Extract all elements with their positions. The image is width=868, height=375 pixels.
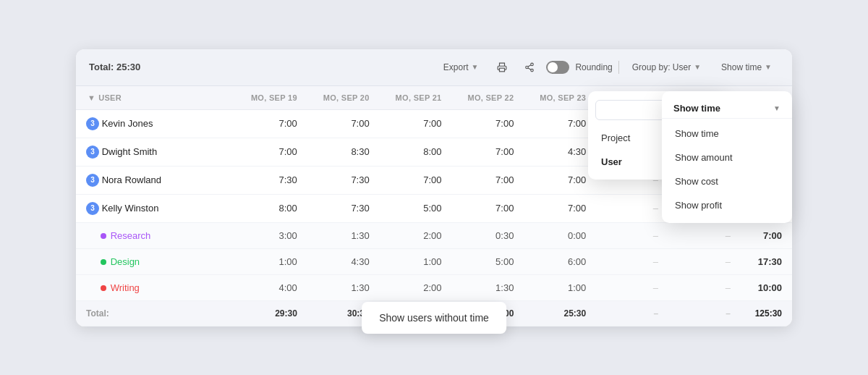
day-cell: – xyxy=(668,274,741,300)
day-cell: 2:00 xyxy=(380,274,452,300)
toolbar-divider xyxy=(618,61,619,74)
table-row: Writing 4:001:302:001:301:00––10:00 xyxy=(76,274,792,300)
day-cell: 0:30 xyxy=(452,222,524,248)
svg-point-3 xyxy=(531,69,534,72)
svg-line-4 xyxy=(528,67,531,69)
day-cell: 4:30 xyxy=(524,138,596,166)
user-name: Nora Rowland xyxy=(102,174,161,185)
day-cell: 8:00 xyxy=(235,194,307,222)
day-cell: – xyxy=(668,222,741,248)
toolbar-actions: Export ▼ Rounding Group by: User ▼ Show xyxy=(436,56,779,78)
total-day-cell: – xyxy=(668,300,741,326)
project-name: Writing xyxy=(111,282,140,293)
total-day-cell: 29:30 xyxy=(235,300,307,326)
day-cell: – xyxy=(668,248,741,274)
rounding-label: Rounding xyxy=(575,62,612,72)
project-cell: Research xyxy=(76,222,235,248)
day-cell: – xyxy=(596,194,668,222)
show-time-chevron-icon: ▼ xyxy=(765,63,772,71)
day-cell: – xyxy=(596,248,668,274)
show-time-button[interactable]: Show time ▼ xyxy=(714,59,779,76)
showtime-option-cost[interactable]: Show cost xyxy=(662,169,792,193)
project-dot xyxy=(101,233,106,239)
day-cell: 5:00 xyxy=(380,194,452,222)
grand-total-cell: 125:30 xyxy=(741,300,792,326)
project-cell: Design xyxy=(76,248,235,274)
day-cell: 7:00 xyxy=(380,166,452,194)
col-sep21: Mo, Sep 21 xyxy=(380,86,452,110)
user-badge: 3 xyxy=(86,117,99,130)
day-cell: 2:00 xyxy=(380,222,452,248)
day-cell: 1:00 xyxy=(380,248,452,274)
total-value: 25:30 xyxy=(116,62,140,72)
day-cell: 7:00 xyxy=(452,109,524,138)
total-day-cell: 25:30 xyxy=(524,300,596,326)
day-cell: 7:30 xyxy=(307,166,380,194)
day-cell: 1:00 xyxy=(235,248,307,274)
total-label: Total: xyxy=(89,62,114,72)
day-cell: 8:30 xyxy=(307,138,380,166)
page-wrapper: Total: 25:30 Export ▼ Rounding Group xyxy=(76,49,792,326)
share-button[interactable] xyxy=(519,56,540,78)
showtime-dropdown: Show time ▼ Show time Show amount Show c… xyxy=(662,91,792,223)
col-sep19: Mo, Sep 19 xyxy=(235,86,307,110)
col-sep20: Mo, Sep 20 xyxy=(307,86,380,110)
day-cell: 4:00 xyxy=(235,274,307,300)
group-by-button[interactable]: Group by: User ▼ xyxy=(625,59,708,76)
user-badge: 3 xyxy=(86,174,99,187)
export-button[interactable]: Export ▼ xyxy=(436,59,486,76)
day-cell: 3:00 xyxy=(235,222,307,248)
day-cell: 7:00 xyxy=(452,194,524,222)
day-cell: 5:00 xyxy=(452,248,524,274)
user-cell: 3 Kelly Winston xyxy=(76,194,235,222)
day-cell: 7:30 xyxy=(307,194,380,222)
total-cell: 7:00 xyxy=(741,222,792,248)
rounding-toggle[interactable] xyxy=(546,61,569,74)
print-button[interactable] xyxy=(491,56,513,78)
day-cell: 7:00 xyxy=(307,109,380,138)
total-cell: 17:30 xyxy=(741,248,792,274)
collapse-icon[interactable]: ▼ xyxy=(88,93,95,102)
group-by-chevron-icon: ▼ xyxy=(694,63,701,71)
day-cell: 7:00 xyxy=(380,109,452,138)
day-cell: 1:00 xyxy=(524,274,596,300)
toolbar-total: Total: 25:30 xyxy=(89,62,427,72)
total-cell: 10:00 xyxy=(741,274,792,300)
user-name: Kelly Winston xyxy=(102,202,159,213)
day-cell: 1:30 xyxy=(452,274,524,300)
total-label-cell: Total: xyxy=(76,300,235,326)
project-dot xyxy=(101,259,106,265)
project-dot xyxy=(101,285,106,291)
day-cell: 7:00 xyxy=(524,109,596,138)
day-cell: 7:00 xyxy=(235,138,307,166)
showtime-option-amount[interactable]: Show amount xyxy=(662,146,792,169)
svg-point-2 xyxy=(526,66,529,69)
day-cell: 8:00 xyxy=(380,138,452,166)
user-cell: 3 Dwight Smith xyxy=(76,138,235,166)
total-day-cell: – xyxy=(596,300,668,326)
day-cell: – xyxy=(596,274,668,300)
total-row-label: Total: xyxy=(86,308,109,319)
showtime-chevron-icon: ▼ xyxy=(773,104,780,112)
project-name: Research xyxy=(111,230,151,241)
showtime-option-profit[interactable]: Show profit xyxy=(662,193,792,217)
day-cell: 7:00 xyxy=(524,194,596,222)
col-sep22: Mo, Sep 22 xyxy=(452,86,524,110)
col-user: ▼ USER xyxy=(76,86,235,110)
project-cell: Writing xyxy=(76,274,235,300)
toolbar: Total: 25:30 Export ▼ Rounding Group xyxy=(76,49,792,86)
day-cell: 7:00 xyxy=(524,166,596,194)
day-cell: 7:30 xyxy=(235,166,307,194)
user-name: Kevin Jones xyxy=(102,117,153,128)
day-cell: 7:00 xyxy=(452,166,524,194)
table-row: Research 3:001:302:000:300:00––7:00 xyxy=(76,222,792,248)
export-chevron-icon: ▼ xyxy=(472,63,479,71)
user-name: Dwight Smith xyxy=(102,146,158,156)
project-name: Design xyxy=(111,256,140,267)
day-cell: 1:30 xyxy=(307,274,380,300)
show-users-tooltip[interactable]: Show users without time xyxy=(362,302,506,334)
user-cell: 3 Kevin Jones xyxy=(76,109,235,138)
showtime-option-time[interactable]: Show time xyxy=(662,122,792,146)
day-cell: 7:00 xyxy=(235,109,307,138)
svg-point-1 xyxy=(531,63,534,66)
